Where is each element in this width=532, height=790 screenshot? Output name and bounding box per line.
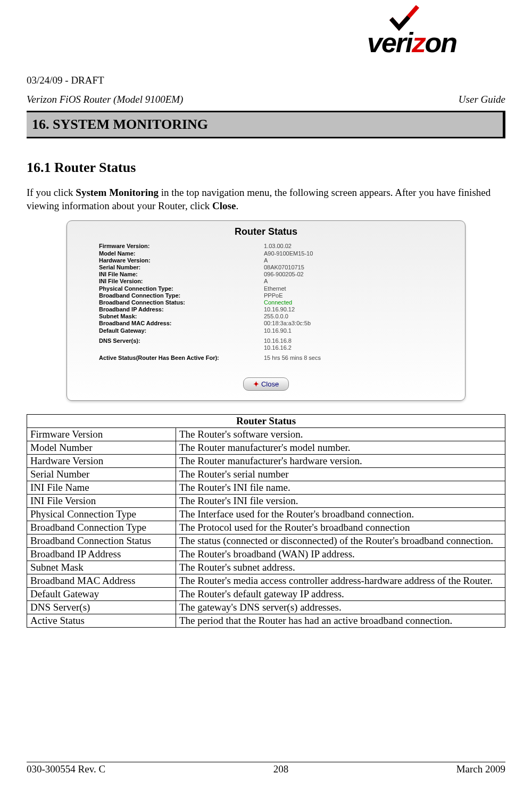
table-row: Broadband MAC AddressThe Router's media … (27, 574, 505, 588)
status-label: INI File Name: (99, 271, 264, 278)
status-value: A (264, 257, 268, 264)
status-label: Default Gateway: (99, 327, 264, 334)
table-desc: The status (connected or disconnected) o… (176, 534, 505, 548)
status-row: Broadband MAC Address:00:18:3a:a3:0c:5b (99, 320, 433, 327)
table-term: DNS Server(s) (27, 601, 176, 614)
status-row: DNS Server(s):10.16.16.8 (99, 338, 433, 344)
status-label: Broadband Connection Type: (99, 292, 264, 299)
table-term: INI File Version (27, 495, 176, 508)
status-row: INI File Name:096-900205-02 (99, 271, 433, 278)
table-term: Broadband IP Address (27, 548, 176, 561)
status-value: 10.16.16.8 (264, 338, 292, 344)
footer-center: 208 (273, 763, 289, 775)
status-value: 255.0.0.0 (264, 313, 288, 320)
table-row: Subnet MaskThe Router's subnet address. (27, 561, 505, 574)
table-header: Router Status (27, 415, 505, 428)
table-desc: The Router's INI file name. (176, 481, 505, 495)
table-row: Broadband Connection StatusThe status (c… (27, 534, 505, 548)
status-value: A (264, 278, 268, 285)
footer-right: March 2009 (456, 763, 505, 775)
table-desc: The Router's media access controller add… (176, 574, 505, 588)
table-term: Model Number (27, 441, 176, 455)
status-row: Physical Connection Type:Ethernet (99, 285, 433, 292)
status-value: 1.03.00.02 (264, 243, 292, 250)
status-value: 00:18:3a:a3:0c:5b (264, 320, 311, 327)
status-row: Firmware Version:1.03.00.02 (99, 243, 433, 250)
status-row: Active Status(Router Has Been Active For… (99, 355, 433, 361)
table-row: Physical Connection TypeThe Interface us… (27, 508, 505, 521)
status-label: Active Status(Router Has Been Active For… (99, 355, 264, 361)
status-label: Firmware Version: (99, 243, 264, 250)
status-label: Physical Connection Type: (99, 285, 264, 292)
table-desc: The gateway's DNS server(s) addresses. (176, 601, 505, 614)
table-term: Broadband MAC Address (27, 574, 176, 588)
status-label: INI File Version: (99, 278, 264, 285)
table-desc: The Router's broadband (WAN) IP address. (176, 548, 505, 561)
table-term: INI File Name (27, 481, 176, 495)
table-term: Physical Connection Type (27, 508, 176, 521)
table-term: Hardware Version (27, 455, 176, 468)
status-label: Subnet Mask: (99, 313, 264, 320)
table-row: Broadband IP AddressThe Router's broadba… (27, 548, 505, 561)
table-row: Active StatusThe period that the Router … (27, 614, 505, 628)
table-term: Firmware Version (27, 428, 176, 441)
table-desc: The Interface used for the Router's broa… (176, 508, 505, 521)
table-desc: The Router manufacturer's model number. (176, 441, 505, 455)
screenshot-body: Firmware Version:1.03.00.02Model Name:A9… (67, 242, 465, 369)
status-label: DNS Server(s): (99, 338, 264, 344)
status-value: 10.16.90.1 (264, 327, 292, 334)
table-term: Serial Number (27, 468, 176, 481)
status-label: Model Name: (99, 250, 264, 257)
table-term: Broadband Connection Type (27, 521, 176, 534)
status-value: Connected (264, 299, 292, 306)
page-footer: 030-300554 Rev. C 208 March 2009 (27, 762, 505, 775)
table-desc: The Router's default gateway IP address. (176, 588, 505, 601)
table-desc: The Protocol used for the Router's broad… (176, 521, 505, 534)
table-row: Broadband Connection TypeThe Protocol us… (27, 521, 505, 534)
table-desc: The Router's serial number (176, 468, 505, 481)
table-row: Firmware VersionThe Router's software ve… (27, 428, 505, 441)
table-term: Default Gateway (27, 588, 176, 601)
table-desc: The Router's software version. (176, 428, 505, 441)
status-row: Broadband IP Address:10.16.90.12 (99, 306, 433, 313)
verizon-logo: verizon (367, 5, 505, 64)
intro-paragraph: If you click System Monitoring in the to… (27, 186, 505, 212)
logo-text: verizon (367, 27, 456, 59)
status-row: 10.16.16.2 (99, 344, 433, 351)
status-value: 10.16.16.2 (264, 344, 292, 351)
section-heading: 16. SYSTEM MONITORING (27, 111, 505, 138)
status-value: A90-9100EM15-10 (264, 250, 313, 257)
table-row: INI File VersionThe Router's INI file ve… (27, 495, 505, 508)
screenshot-title: Router Status (67, 221, 465, 242)
status-value: PPPoE (264, 292, 282, 299)
table-row: Serial NumberThe Router's serial number (27, 468, 505, 481)
status-value: 08AK07010715 (264, 264, 304, 271)
status-row: Default Gateway:10.16.90.1 (99, 327, 433, 334)
status-row: Broadband Connection Status:Connected (99, 299, 433, 306)
status-value: 10.16.90.12 (264, 306, 295, 313)
status-row: Hardware Version:A (99, 257, 433, 264)
table-row: Hardware VersionThe Router manufacturer'… (27, 455, 505, 468)
draft-date: 03/24/09 - DRAFT (27, 75, 505, 86)
subtitle-row: Verizon FiOS Router (Model 9100EM) User … (27, 94, 505, 105)
router-status-table: Router Status Firmware VersionThe Router… (27, 414, 505, 628)
table-desc: The Router manufacturer's hardware versi… (176, 455, 505, 468)
model-line: Verizon FiOS Router (Model 9100EM) (27, 94, 183, 105)
status-label: Broadband MAC Address: (99, 320, 264, 327)
close-x-icon: ✦ (253, 380, 259, 388)
close-button[interactable]: ✦Close (243, 377, 289, 391)
status-row: Serial Number:08AK07010715 (99, 264, 433, 271)
table-term: Broadband Connection Status (27, 534, 176, 548)
table-row: DNS Server(s)The gateway's DNS server(s)… (27, 601, 505, 614)
status-row: Broadband Connection Type:PPPoE (99, 292, 433, 299)
table-row: Default GatewayThe Router's default gate… (27, 588, 505, 601)
status-value: Ethernet (264, 285, 286, 292)
status-label: Serial Number: (99, 264, 264, 271)
router-status-screenshot: Router Status Firmware Version:1.03.00.0… (66, 220, 466, 401)
status-label: Hardware Version: (99, 257, 264, 264)
status-value: 15 hrs 56 mins 8 secs (264, 355, 321, 361)
table-row: INI File NameThe Router's INI file name. (27, 481, 505, 495)
table-row: Model NumberThe Router manufacturer's mo… (27, 441, 505, 455)
table-desc: The Router's subnet address. (176, 561, 505, 574)
subsection-heading: 16.1 Router Status (27, 160, 505, 176)
